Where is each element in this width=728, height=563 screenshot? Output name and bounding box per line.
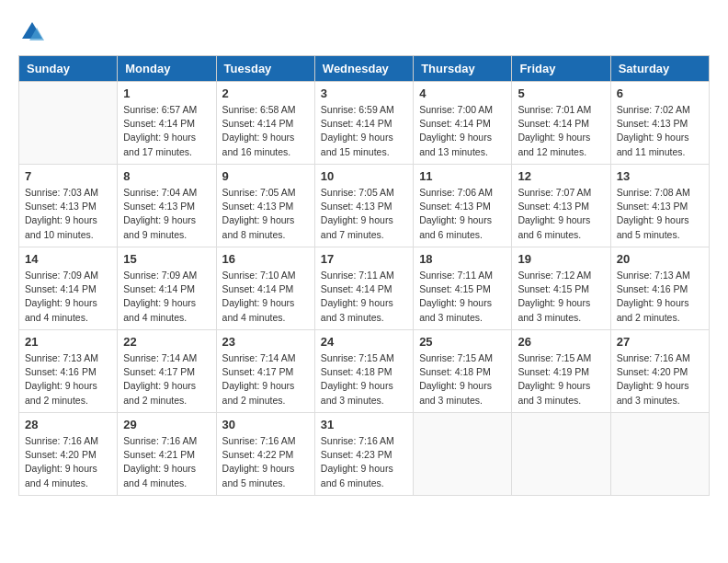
calendar-cell: 5Sunrise: 7:01 AM Sunset: 4:14 PM Daylig… [512, 82, 610, 165]
calendar-week-1: 1Sunrise: 6:57 AM Sunset: 4:14 PM Daylig… [19, 82, 710, 165]
day-info: Sunrise: 7:10 AM Sunset: 4:14 PM Dayligh… [222, 269, 309, 325]
day-info: Sunrise: 7:05 AM Sunset: 4:13 PM Dayligh… [321, 186, 407, 242]
day-number: 11 [419, 169, 506, 183]
day-number: 18 [419, 252, 506, 266]
day-info: Sunrise: 7:08 AM Sunset: 4:13 PM Dayligh… [617, 186, 703, 242]
calendar-table: SundayMondayTuesdayWednesdayThursdayFrid… [18, 55, 710, 496]
calendar-cell: 2Sunrise: 6:58 AM Sunset: 4:14 PM Daylig… [216, 82, 314, 165]
day-number: 2 [222, 86, 309, 100]
weekday-header-tuesday: Tuesday [216, 56, 314, 82]
weekday-header-friday: Friday [512, 56, 610, 82]
calendar-cell: 28Sunrise: 7:16 AM Sunset: 4:20 PM Dayli… [19, 413, 118, 496]
day-info: Sunrise: 7:16 AM Sunset: 4:20 PM Dayligh… [617, 351, 703, 408]
calendar-cell: 10Sunrise: 7:05 AM Sunset: 4:13 PM Dayli… [314, 165, 413, 247]
day-number: 1 [123, 86, 210, 100]
calendar-cell: 14Sunrise: 7:09 AM Sunset: 4:14 PM Dayli… [19, 247, 118, 330]
day-info: Sunrise: 7:11 AM Sunset: 4:15 PM Dayligh… [419, 269, 506, 325]
day-number: 21 [25, 335, 111, 349]
day-number: 27 [617, 335, 703, 349]
weekday-header-thursday: Thursday [414, 56, 512, 82]
day-number: 22 [123, 335, 210, 349]
calendar-cell [512, 413, 610, 496]
calendar-cell: 23Sunrise: 7:14 AM Sunset: 4:17 PM Dayli… [216, 330, 314, 413]
calendar-cell: 6Sunrise: 7:02 AM Sunset: 4:13 PM Daylig… [610, 82, 709, 165]
calendar-cell: 1Sunrise: 6:57 AM Sunset: 4:14 PM Daylig… [118, 82, 216, 165]
day-number: 5 [518, 86, 604, 100]
calendar-cell: 15Sunrise: 7:09 AM Sunset: 4:14 PM Dayli… [118, 247, 216, 330]
day-info: Sunrise: 7:15 AM Sunset: 4:18 PM Dayligh… [419, 351, 506, 408]
day-info: Sunrise: 7:04 AM Sunset: 4:13 PM Dayligh… [123, 186, 210, 242]
calendar-header-row: SundayMondayTuesdayWednesdayThursdayFrid… [19, 56, 710, 82]
day-number: 19 [518, 252, 604, 266]
calendar-cell: 19Sunrise: 7:12 AM Sunset: 4:15 PM Dayli… [512, 247, 610, 330]
calendar-cell: 30Sunrise: 7:16 AM Sunset: 4:22 PM Dayli… [216, 413, 314, 496]
day-number: 20 [617, 252, 703, 266]
logo-icon [18, 18, 46, 46]
weekday-header-sunday: Sunday [19, 56, 118, 82]
day-info: Sunrise: 7:12 AM Sunset: 4:15 PM Dayligh… [518, 269, 604, 325]
weekday-header-saturday: Saturday [610, 56, 709, 82]
day-info: Sunrise: 7:06 AM Sunset: 4:13 PM Dayligh… [419, 186, 506, 242]
day-number: 28 [25, 418, 111, 431]
day-number: 16 [222, 252, 309, 266]
calendar-cell: 12Sunrise: 7:07 AM Sunset: 4:13 PM Dayli… [512, 165, 610, 247]
page-header [18, 18, 710, 46]
calendar-cell: 25Sunrise: 7:15 AM Sunset: 4:18 PM Dayli… [414, 330, 512, 413]
calendar-cell: 18Sunrise: 7:11 AM Sunset: 4:15 PM Dayli… [414, 247, 512, 330]
calendar-cell: 26Sunrise: 7:15 AM Sunset: 4:19 PM Dayli… [512, 330, 610, 413]
logo [18, 18, 50, 46]
calendar-cell: 22Sunrise: 7:14 AM Sunset: 4:17 PM Dayli… [118, 330, 216, 413]
calendar-cell: 17Sunrise: 7:11 AM Sunset: 4:14 PM Dayli… [314, 247, 413, 330]
day-info: Sunrise: 7:01 AM Sunset: 4:14 PM Dayligh… [518, 103, 604, 159]
day-number: 26 [518, 335, 604, 349]
day-number: 13 [617, 169, 703, 183]
day-info: Sunrise: 7:13 AM Sunset: 4:16 PM Dayligh… [617, 269, 703, 325]
day-info: Sunrise: 7:15 AM Sunset: 4:18 PM Dayligh… [321, 351, 407, 408]
calendar-cell: 8Sunrise: 7:04 AM Sunset: 4:13 PM Daylig… [118, 165, 216, 247]
day-number: 9 [222, 169, 309, 183]
day-info: Sunrise: 7:05 AM Sunset: 4:13 PM Dayligh… [222, 186, 309, 242]
calendar-cell: 20Sunrise: 7:13 AM Sunset: 4:16 PM Dayli… [610, 247, 709, 330]
day-number: 25 [419, 335, 506, 349]
day-number: 4 [419, 86, 506, 100]
day-info: Sunrise: 7:07 AM Sunset: 4:13 PM Dayligh… [518, 186, 604, 242]
day-info: Sunrise: 7:13 AM Sunset: 4:16 PM Dayligh… [25, 351, 111, 408]
day-number: 29 [123, 418, 210, 431]
day-info: Sunrise: 7:14 AM Sunset: 4:17 PM Dayligh… [123, 351, 210, 408]
calendar-week-2: 7Sunrise: 7:03 AM Sunset: 4:13 PM Daylig… [19, 165, 710, 247]
day-number: 8 [123, 169, 210, 183]
day-info: Sunrise: 6:57 AM Sunset: 4:14 PM Dayligh… [123, 103, 210, 159]
day-info: Sunrise: 7:16 AM Sunset: 4:22 PM Dayligh… [222, 434, 309, 490]
calendar-cell: 21Sunrise: 7:13 AM Sunset: 4:16 PM Dayli… [19, 330, 118, 413]
day-info: Sunrise: 6:59 AM Sunset: 4:14 PM Dayligh… [321, 103, 407, 159]
calendar-cell [19, 82, 118, 165]
day-number: 14 [25, 252, 111, 266]
day-number: 24 [321, 335, 407, 349]
calendar-cell: 27Sunrise: 7:16 AM Sunset: 4:20 PM Dayli… [610, 330, 709, 413]
calendar-cell: 9Sunrise: 7:05 AM Sunset: 4:13 PM Daylig… [216, 165, 314, 247]
day-info: Sunrise: 7:14 AM Sunset: 4:17 PM Dayligh… [222, 351, 309, 408]
day-number: 31 [321, 418, 407, 431]
day-info: Sunrise: 7:16 AM Sunset: 4:20 PM Dayligh… [25, 434, 111, 490]
day-number: 6 [617, 86, 703, 100]
calendar-cell: 31Sunrise: 7:16 AM Sunset: 4:23 PM Dayli… [314, 413, 413, 496]
calendar-cell: 7Sunrise: 7:03 AM Sunset: 4:13 PM Daylig… [19, 165, 118, 247]
day-number: 15 [123, 252, 210, 266]
calendar-week-4: 21Sunrise: 7:13 AM Sunset: 4:16 PM Dayli… [19, 330, 710, 413]
day-info: Sunrise: 7:02 AM Sunset: 4:13 PM Dayligh… [617, 103, 703, 159]
calendar-cell: 24Sunrise: 7:15 AM Sunset: 4:18 PM Dayli… [314, 330, 413, 413]
calendar-cell: 13Sunrise: 7:08 AM Sunset: 4:13 PM Dayli… [610, 165, 709, 247]
day-info: Sunrise: 7:15 AM Sunset: 4:19 PM Dayligh… [518, 351, 604, 408]
weekday-header-monday: Monday [118, 56, 216, 82]
calendar-cell [610, 413, 709, 496]
calendar-cell: 11Sunrise: 7:06 AM Sunset: 4:13 PM Dayli… [414, 165, 512, 247]
weekday-header-wednesday: Wednesday [314, 56, 413, 82]
day-info: Sunrise: 7:09 AM Sunset: 4:14 PM Dayligh… [25, 269, 111, 325]
day-number: 30 [222, 418, 309, 431]
day-info: Sunrise: 7:03 AM Sunset: 4:13 PM Dayligh… [25, 186, 111, 242]
day-number: 12 [518, 169, 604, 183]
day-info: Sunrise: 7:09 AM Sunset: 4:14 PM Dayligh… [123, 269, 210, 325]
day-info: Sunrise: 7:16 AM Sunset: 4:23 PM Dayligh… [321, 434, 407, 490]
day-info: Sunrise: 7:16 AM Sunset: 4:21 PM Dayligh… [123, 434, 210, 490]
calendar-cell: 29Sunrise: 7:16 AM Sunset: 4:21 PM Dayli… [118, 413, 216, 496]
